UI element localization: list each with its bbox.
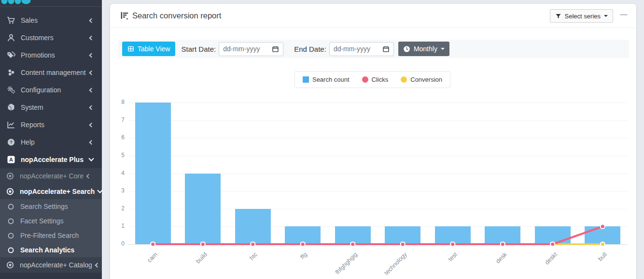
circle-dot-icon bbox=[6, 261, 14, 269]
minimize-icon[interactable]: — bbox=[619, 10, 629, 22]
y-axis-label: 7 bbox=[116, 117, 125, 123]
sidebar-item-pre-filtered-search[interactable]: Pre-Filtered Search bbox=[0, 228, 102, 243]
sidebar-item-system[interactable]: System bbox=[0, 99, 102, 116]
panel-title: Search conversion report bbox=[132, 11, 221, 20]
circle-icon bbox=[7, 218, 14, 225]
sidebar-item-facet-settings[interactable]: Facet Settings bbox=[0, 214, 102, 228]
table-view-button[interactable]: Table View bbox=[122, 42, 175, 56]
bar-build[interactable] bbox=[185, 174, 221, 245]
x-axis-label: desk bbox=[475, 251, 508, 279]
caret-down-icon bbox=[604, 15, 608, 17]
chevron-left-icon bbox=[89, 53, 94, 58]
sidebar-item-configuration[interactable]: Configuration bbox=[0, 81, 102, 99]
conversion-chart: 012345678cambuildhtcffgfhfghghgigtechnol… bbox=[116, 94, 635, 279]
sidebar-item-nopaccelerate-catalog[interactable]: nopAccelerate+ Catalog bbox=[0, 257, 102, 273]
legend-item-search-count[interactable]: Search count bbox=[303, 76, 350, 83]
calendar-icon[interactable] bbox=[272, 45, 279, 53]
user-icon bbox=[7, 33, 15, 42]
sidebar-item-sales[interactable]: Sales bbox=[0, 12, 102, 29]
sidebar-divider bbox=[0, 6, 102, 7]
chart-legend-wrap: Search countClicksConversion bbox=[116, 71, 629, 88]
sidebar-item-search-analytics[interactable]: Search Analytics bbox=[0, 243, 102, 257]
sidebar-item-help[interactable]: ?Help bbox=[0, 133, 102, 151]
chevron-left-icon bbox=[86, 174, 91, 178]
legend-item-clicks[interactable]: Clicks bbox=[362, 76, 389, 83]
sidebar-item-label: Reports bbox=[21, 121, 44, 129]
sidebar-item-promotions[interactable]: Promotions bbox=[0, 46, 102, 64]
x-axis-label: bull bbox=[575, 251, 608, 279]
select-series-button[interactable]: Select series bbox=[550, 9, 613, 23]
y-axis-label: 2 bbox=[116, 205, 125, 212]
y-axis-label: 4 bbox=[116, 170, 125, 176]
x-axis-label: build bbox=[175, 251, 209, 279]
gridline bbox=[128, 120, 628, 121]
sidebar-item-nopaccelerate-plus[interactable]: AnopAccelerate Plus bbox=[0, 151, 102, 168]
end-date-input[interactable] bbox=[334, 45, 376, 53]
cart-icon bbox=[7, 16, 15, 25]
legend-label: Conversion bbox=[410, 76, 442, 83]
sidebar-item-label: nopAccelerate+ Core bbox=[20, 172, 84, 180]
sidebar-item-search-settings[interactable]: Search Settings bbox=[0, 199, 102, 214]
bar-technology[interactable] bbox=[385, 226, 420, 244]
x-axis-label: deskt bbox=[525, 251, 558, 279]
start-date-input[interactable] bbox=[223, 45, 266, 53]
legend-swatch-conversion bbox=[401, 76, 407, 83]
bar-fhfghghgig[interactable] bbox=[335, 226, 371, 244]
sidebar-item-label: Pre-Filtered Search bbox=[20, 232, 79, 239]
y-axis-label: 3 bbox=[116, 187, 125, 194]
clock-icon bbox=[403, 45, 410, 53]
sidebar-item-label: Facet Settings bbox=[20, 217, 64, 225]
bar-deskt[interactable] bbox=[535, 226, 571, 244]
y-axis-label: 8 bbox=[116, 99, 125, 105]
bar-htc[interactable] bbox=[235, 209, 271, 244]
start-date-field[interactable] bbox=[219, 42, 283, 56]
end-date-label: End Date: bbox=[294, 45, 326, 53]
sidebar-item-nopaccelerate-search[interactable]: nopAccelerate+ Search bbox=[0, 184, 102, 199]
content-icon bbox=[7, 68, 15, 77]
sidebar-item-label: Promotions bbox=[21, 51, 55, 59]
x-axis-label: ffg bbox=[275, 251, 308, 279]
chart-line-icon bbox=[7, 120, 15, 129]
bar-test[interactable] bbox=[435, 226, 471, 244]
gridline bbox=[128, 244, 628, 245]
legend-item-conversion[interactable]: Conversion bbox=[401, 76, 442, 83]
bar-chart-horizontal-icon bbox=[120, 11, 129, 20]
chevron-left-icon bbox=[95, 263, 99, 267]
chevron-down-icon bbox=[98, 188, 103, 193]
y-axis-label: 6 bbox=[116, 134, 125, 141]
bar-ffg[interactable] bbox=[285, 226, 321, 244]
circle-icon bbox=[7, 247, 14, 254]
x-axis-label: cam bbox=[125, 251, 158, 279]
end-date-field[interactable] bbox=[329, 42, 394, 56]
chevron-down-icon bbox=[88, 156, 94, 161]
y-axis-label: 1 bbox=[116, 222, 125, 229]
gears-icon bbox=[7, 86, 15, 94]
table-grid-icon bbox=[127, 45, 134, 52]
sidebar-item-customers[interactable]: Customers bbox=[0, 29, 102, 46]
start-date-label: Start Date: bbox=[181, 45, 216, 53]
bar-bull[interactable] bbox=[585, 226, 620, 244]
filter-funnel-icon bbox=[555, 13, 561, 19]
sidebar-item-label: Content management bbox=[21, 69, 86, 76]
question-icon: ? bbox=[7, 138, 15, 147]
cube-icon bbox=[7, 103, 15, 112]
sidebar-item-content-management[interactable]: Content management bbox=[0, 64, 102, 81]
bar-cam[interactable] bbox=[135, 103, 171, 244]
report-toolbar: Table View Start Date: End Date: bbox=[118, 40, 629, 58]
panel-header: Search conversion report Select series — bbox=[110, 4, 636, 28]
circle-icon bbox=[7, 203, 14, 210]
nopaccelerate-logo-icon[interactable] bbox=[1, 0, 44, 5]
gridline bbox=[128, 156, 628, 156]
chevron-left-icon bbox=[89, 35, 94, 40]
legend-swatch-search-count bbox=[303, 76, 309, 83]
y-axis-label: 0 bbox=[116, 240, 125, 247]
bar-desk[interactable] bbox=[485, 226, 520, 244]
calendar-icon[interactable] bbox=[382, 45, 390, 53]
chevron-left-icon bbox=[89, 105, 94, 110]
sidebar-item-nopaccelerate-core[interactable]: nopAccelerate+ Core bbox=[0, 168, 102, 184]
sidebar-item-label: Search Analytics bbox=[20, 246, 74, 254]
sidebar-item-label: Configuration bbox=[21, 86, 61, 94]
a-badge-icon: A bbox=[7, 155, 15, 164]
sidebar-item-reports[interactable]: Reports bbox=[0, 116, 102, 133]
period-dropdown-button[interactable]: Monthly bbox=[398, 42, 449, 56]
